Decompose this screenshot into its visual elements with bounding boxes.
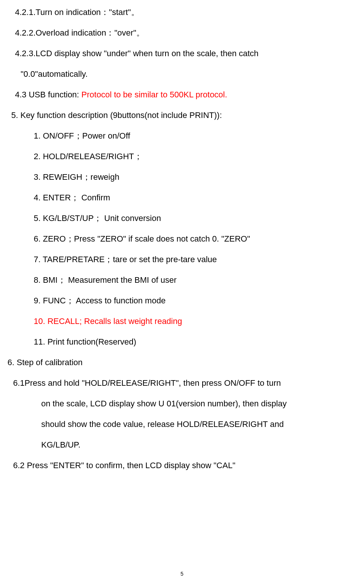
text-line-43: 4.3 USB function: Protocol to be similar… (7, 84, 357, 105)
key-item-4: 4. ENTER； Confirm (7, 187, 357, 208)
key-item-9: 9. FUNC； Access to function mode (7, 290, 357, 311)
key-item-3: 3. REWEIGH；reweigh (7, 167, 357, 187)
key-item-8: 8. BMI； Measurement the BMI of user (7, 270, 357, 290)
key-item-1: 1. ON/OFF；Power on/Off (7, 125, 357, 146)
text-line-421: 4.2.1.Turn on indication："start"。 (7, 2, 357, 22)
text-line-61c: should show the code value, release HOLD… (7, 414, 357, 434)
key-item-2: 2. HOLD/RELEASE/RIGHT； (7, 146, 357, 167)
text-line-423a: 4.2.3.LCD display show "under" when turn… (7, 43, 357, 64)
text-line-422: 4.2.2.Overload indication："over"。 (7, 22, 357, 43)
document-content: 4.2.1.Turn on indication："start"。 4.2.2.… (7, 0, 357, 476)
text-line-62: 6.2 Press "ENTER" to confirm, then LCD d… (7, 455, 357, 476)
text-43-red: Protocol to be similar to 500KL protocol… (81, 90, 227, 99)
text-line-5: 5. Key function description (9buttons(no… (7, 105, 357, 125)
key-item-7: 7. TARE/PRETARE；tare or set the pre-tare… (7, 249, 357, 270)
key-item-11: 11. Print function(Reserved) (7, 331, 357, 352)
text-line-423b: "0.0"automatically. (7, 64, 357, 84)
text-line-61d: KG/LB/UP. (7, 434, 357, 455)
key-item-5: 5. KG/LB/ST/UP； Unit conversion (7, 208, 357, 228)
key-item-10: 10. RECALL; Recalls last weight reading (7, 311, 357, 331)
text-43-prefix: 4.3 USB function: (15, 90, 81, 99)
text-line-61b: on the scale, LCD display show U 01(vers… (7, 393, 357, 414)
key-item-6: 6. ZERO；Press "ZERO" if scale does not c… (7, 228, 357, 249)
text-line-6: 6. Step of calibration (7, 352, 357, 373)
text-line-61a: 6.1Press and hold "HOLD/RELEASE/RIGHT", … (7, 373, 357, 393)
page-number: 5 (181, 567, 183, 581)
